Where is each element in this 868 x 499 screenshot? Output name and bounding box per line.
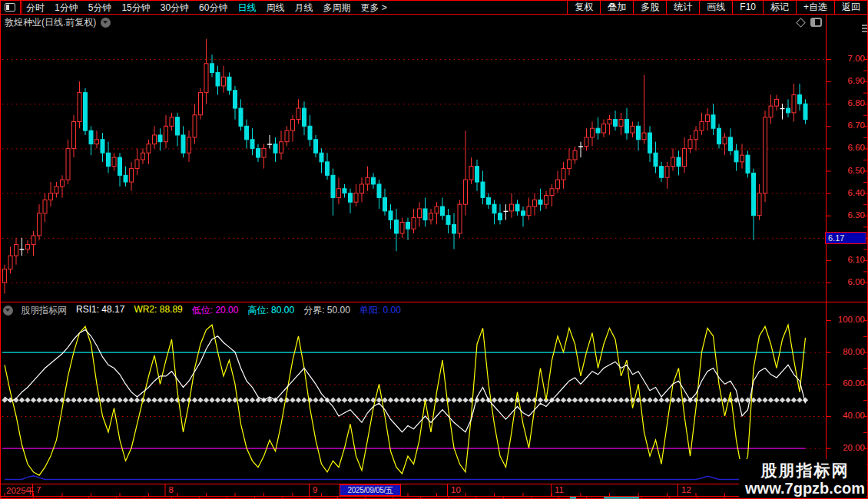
right-menu-item-3[interactable]: 统计 bbox=[666, 0, 699, 14]
page-title: 敦煌种业(日线.前复权) bbox=[5, 16, 96, 29]
top-menu-bar: 分时1分钟5分钟15分钟30分钟60分钟日线周线月线多周期更多 ˃ 复权叠加多股… bbox=[0, 0, 868, 15]
month-label: 12 bbox=[681, 485, 691, 494]
panel-toggle-icon bbox=[5, 3, 15, 12]
menu-item-9[interactable]: 多周期 bbox=[323, 1, 350, 15]
watermark: 股朋指标网 www.7gpzb.com bbox=[739, 459, 866, 498]
chevron-down-circle-icon[interactable] bbox=[3, 306, 13, 316]
price-axis-label: 6.30 bbox=[831, 210, 865, 220]
indicator-values: 股朋指标网RSI1: 48.17WR2: 88.89低位: 20.00高位: 8… bbox=[21, 304, 401, 317]
trading-app-window: 分时1分钟5分钟15分钟30分钟60分钟日线周线月线多周期更多 ˃ 复权叠加多股… bbox=[0, 0, 868, 499]
indicator-value-5: 分界: 50.00 bbox=[303, 304, 350, 317]
month-label: 9 bbox=[313, 485, 317, 494]
split-window-icon[interactable] bbox=[810, 18, 822, 27]
price-axis-label: 6.70 bbox=[831, 121, 865, 130]
indicator-axis-label: 60.00 bbox=[831, 378, 865, 388]
watermark-site-name: 股朋指标网 bbox=[745, 461, 865, 480]
chart-corner-icons bbox=[797, 18, 822, 27]
right-menu-item-7[interactable]: +自选 bbox=[796, 0, 834, 14]
indicator-value-3: 低位: 20.00 bbox=[192, 304, 239, 317]
watermark-url: www.7gpzb.com bbox=[745, 480, 865, 497]
month-label: 11 bbox=[555, 485, 564, 494]
menu-item-4[interactable]: 30分钟 bbox=[161, 1, 189, 15]
indicator-axis-label: 20.00 bbox=[831, 443, 865, 452]
indicator-axis-label: 40.00 bbox=[831, 411, 865, 420]
menu-item-7[interactable]: 周线 bbox=[266, 1, 284, 15]
month-label: 10 bbox=[451, 485, 461, 494]
menu-item-6[interactable]: 日线 bbox=[237, 1, 256, 15]
menu-item-1[interactable]: 1分钟 bbox=[55, 1, 78, 15]
month-label: 8 bbox=[169, 485, 174, 494]
menu-item-3[interactable]: 15分钟 bbox=[121, 1, 150, 15]
diamond-icon[interactable] bbox=[796, 18, 806, 28]
menu-item-2[interactable]: 5分钟 bbox=[88, 1, 112, 15]
price-axis-label: 6.40 bbox=[831, 188, 865, 197]
price-axis-label: 6.90 bbox=[831, 76, 865, 85]
tools-menu: 复权叠加多股统计画线F10标记+自选返回 bbox=[567, 0, 867, 14]
cursor-date-badge: 2025/09/05/五 bbox=[340, 484, 401, 496]
menu-lines-icon[interactable] bbox=[862, 25, 867, 32]
chart-graphics bbox=[0, 0, 868, 499]
right-menu-item-2[interactable]: 多股 bbox=[633, 0, 666, 14]
right-menu-item-0[interactable]: 复权 bbox=[567, 0, 600, 14]
candlestick-plot[interactable] bbox=[3, 39, 808, 294]
last-price-badge: 6.17 bbox=[825, 232, 866, 244]
indicator-value-2: WR2: 88.89 bbox=[134, 304, 182, 317]
right-menu-item-1[interactable]: 叠加 bbox=[600, 0, 633, 14]
menu-item-5[interactable]: 60分钟 bbox=[199, 1, 227, 15]
price-axis-label: 7.00 bbox=[831, 54, 865, 63]
menu-item-10[interactable]: 更多 ˃ bbox=[360, 1, 386, 15]
right-menu-item-8[interactable]: 返回 bbox=[834, 0, 867, 14]
right-menu-item-6[interactable]: 标记 bbox=[763, 0, 796, 14]
indicator-value-4: 高位: 80.00 bbox=[247, 304, 294, 317]
indicator-value-1: RSI1: 48.17 bbox=[76, 304, 124, 317]
panel-toggle-button[interactable] bbox=[0, 1, 21, 15]
chart-title-row: 敦煌种业(日线.前复权) bbox=[5, 16, 111, 29]
menu-item-0[interactable]: 分时 bbox=[26, 1, 45, 15]
chevron-down-circle-icon[interactable] bbox=[101, 18, 111, 28]
price-axis-label: 6.80 bbox=[831, 98, 865, 107]
price-axis-label: 6.60 bbox=[831, 143, 865, 152]
indicator-header: 股朋指标网RSI1: 48.17WR2: 88.89低位: 20.00高位: 8… bbox=[3, 304, 401, 317]
right-menu-item-5[interactable]: F10 bbox=[732, 0, 763, 14]
indicator-plot[interactable] bbox=[5, 325, 806, 479]
year-label: 2025年 bbox=[6, 485, 35, 497]
price-axis-label: 6.50 bbox=[831, 166, 865, 175]
indicator-axis-label: 100.00 bbox=[831, 315, 865, 324]
menu-item-8[interactable]: 月线 bbox=[294, 1, 313, 15]
series-danyang bbox=[5, 476, 806, 480]
right-menu-item-4[interactable]: 画线 bbox=[699, 0, 732, 14]
month-label: 7 bbox=[36, 485, 41, 494]
mid-level-dotted-line bbox=[2, 397, 808, 402]
indicator-value-6: 单阳: 0.00 bbox=[359, 304, 401, 317]
period-menu: 分时1分钟5分钟15分钟30分钟60分钟日线周线月线多周期更多 ˃ bbox=[21, 1, 387, 15]
indicator-axis-label: 80.00 bbox=[831, 347, 865, 356]
price-axis-label: 6.10 bbox=[831, 255, 865, 264]
price-axis-label: 6.00 bbox=[831, 277, 865, 286]
indicator-value-0: 股朋指标网 bbox=[21, 304, 67, 317]
